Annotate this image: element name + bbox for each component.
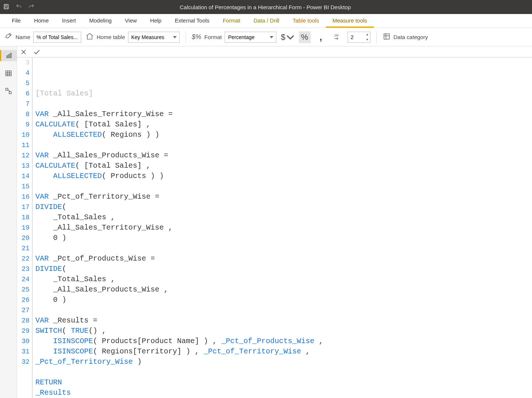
code-line[interactable]: ISINSCOPE( Products[Product Name] ) , _P… bbox=[35, 336, 532, 346]
code-line[interactable]: VAR _Pct_of_Territory_Wise = bbox=[35, 192, 532, 202]
line-number: 18 bbox=[17, 212, 30, 223]
code-line[interactable]: _Results bbox=[35, 388, 532, 398]
decimals-down-icon[interactable]: ▼ bbox=[365, 37, 370, 42]
line-number: 5 bbox=[17, 78, 30, 88]
line-number: 8 bbox=[17, 109, 30, 119]
commit-formula-icon[interactable] bbox=[32, 48, 41, 56]
code-line[interactable]: ISINSCOPE( Regions[Territory] ) , _Pct_o… bbox=[35, 346, 532, 357]
line-number: 26 bbox=[17, 295, 30, 305]
cancel-formula-icon[interactable] bbox=[19, 48, 28, 56]
code-content[interactable]: [Total Sales] VAR _All_Sales_Territory_W… bbox=[32, 57, 532, 398]
code-line[interactable]: VAR _All_Sales_Products_Wise = bbox=[35, 150, 532, 161]
home-table-icon bbox=[86, 32, 94, 42]
line-number: 28 bbox=[17, 315, 30, 326]
tab-help[interactable]: Help bbox=[144, 14, 168, 28]
decimals-input[interactable] bbox=[348, 32, 365, 42]
line-number: 10 bbox=[17, 130, 30, 140]
code-line[interactable]: 0 ) bbox=[35, 295, 532, 305]
line-number: 13 bbox=[17, 161, 30, 171]
code-line[interactable]: CALCULATE( [Total Sales] , bbox=[35, 161, 532, 171]
model-view-icon[interactable] bbox=[3, 85, 14, 97]
code-line[interactable]: RETURN bbox=[35, 377, 532, 388]
main-area: 3456789101112131415161718192021222324252… bbox=[0, 46, 532, 398]
code-line[interactable]: SWITCH( TRUE() , bbox=[35, 326, 532, 336]
svg-rect-9 bbox=[10, 53, 11, 58]
tab-format[interactable]: Format bbox=[216, 14, 247, 28]
code-line[interactable] bbox=[35, 367, 532, 377]
quick-access-toolbar bbox=[3, 3, 35, 11]
code-line[interactable]: _Pct_of_Territory_Wise ) bbox=[35, 357, 532, 367]
tab-view[interactable]: View bbox=[118, 14, 144, 28]
code-line[interactable] bbox=[35, 181, 532, 192]
decimals-spinner[interactable]: ▲ ▼ bbox=[348, 32, 370, 43]
code-line[interactable]: ALLSELECTED( Regions ) ) bbox=[35, 130, 532, 140]
ribbon-divider bbox=[376, 31, 377, 43]
code-line[interactable]: VAR _Pct_of_Products_Wise = bbox=[35, 254, 532, 264]
measure-name-icon bbox=[4, 32, 13, 42]
line-number: 27 bbox=[17, 305, 30, 315]
code-line[interactable]: CALCULATE( [Total Sales] , bbox=[35, 119, 532, 130]
undo-icon[interactable] bbox=[15, 3, 22, 11]
code-line[interactable]: _Total_Sales , bbox=[35, 274, 532, 284]
code-line[interactable] bbox=[35, 140, 532, 150]
code-line[interactable] bbox=[35, 99, 532, 109]
decimals-up-icon[interactable]: ▲ bbox=[365, 32, 370, 37]
line-gutter: 3456789101112131415161718192021222324252… bbox=[17, 57, 32, 398]
tab-home[interactable]: Home bbox=[27, 14, 55, 28]
code-line[interactable]: _All_Sales_Products_Wise , bbox=[35, 284, 532, 295]
code-line[interactable]: _All_Sales_Territory_Wise , bbox=[35, 223, 532, 233]
home-table-select[interactable]: Key Measures bbox=[128, 32, 180, 43]
name-group: Name bbox=[4, 32, 81, 43]
code-line[interactable]: ALLSELECTED( Products ) ) bbox=[35, 171, 532, 181]
tab-table-tools[interactable]: Table tools bbox=[286, 14, 326, 28]
code-line[interactable]: DIVIDE( bbox=[35, 264, 532, 274]
data-view-icon[interactable] bbox=[3, 68, 14, 79]
line-number: 24 bbox=[17, 274, 30, 284]
tab-external-tools[interactable]: External Tools bbox=[168, 14, 216, 28]
percent-button[interactable]: % bbox=[299, 31, 311, 43]
code-line[interactable]: [Total Sales] bbox=[35, 88, 532, 99]
tab-measure-tools[interactable]: Measure tools bbox=[326, 14, 374, 28]
line-number: 23 bbox=[17, 264, 30, 274]
tab-data-drill[interactable]: Data / Drill bbox=[247, 14, 286, 28]
view-rail bbox=[0, 46, 17, 398]
code-line[interactable] bbox=[35, 305, 532, 315]
line-number: 17 bbox=[17, 202, 30, 212]
line-number: 3 bbox=[17, 57, 30, 68]
code-line[interactable]: DIVIDE( bbox=[35, 202, 532, 212]
line-number: 7 bbox=[17, 99, 30, 109]
svg-text:.00: .00 bbox=[334, 34, 338, 37]
svg-rect-8 bbox=[8, 55, 10, 58]
currency-button[interactable]: $ bbox=[281, 31, 294, 43]
line-number: 25 bbox=[17, 284, 30, 295]
title-bar: Calculation of Percentages in a Hierarch… bbox=[0, 0, 532, 14]
tab-file[interactable]: File bbox=[5, 14, 27, 28]
data-category-group: Data category bbox=[383, 32, 428, 42]
code-line[interactable]: VAR _All_Sales_Territory_Wise = bbox=[35, 109, 532, 119]
decimal-icon[interactable]: .00 bbox=[331, 31, 343, 43]
comma-button[interactable]: , bbox=[315, 31, 327, 43]
tab-insert[interactable]: Insert bbox=[55, 14, 83, 28]
line-number: 32 bbox=[17, 357, 30, 367]
svg-rect-7 bbox=[7, 56, 8, 58]
format-select[interactable]: Percentage bbox=[225, 32, 276, 43]
code-line[interactable]: 0 ) bbox=[35, 233, 532, 243]
formula-bar-area: 3456789101112131415161718192021222324252… bbox=[17, 46, 532, 398]
format-group: $% Format Percentage bbox=[192, 32, 277, 43]
line-number: 12 bbox=[17, 150, 30, 161]
name-input[interactable] bbox=[33, 32, 81, 43]
line-number: 20 bbox=[17, 233, 30, 243]
code-line[interactable] bbox=[35, 243, 532, 254]
code-line[interactable]: VAR _Results = bbox=[35, 315, 532, 326]
save-icon[interactable] bbox=[3, 3, 10, 11]
svg-rect-4 bbox=[384, 34, 389, 39]
report-view-icon[interactable] bbox=[0, 50, 17, 61]
svg-rect-15 bbox=[6, 88, 8, 91]
svg-line-17 bbox=[8, 90, 10, 92]
tab-modeling[interactable]: Modeling bbox=[83, 14, 118, 28]
code-line[interactable]: _Total_Sales , bbox=[35, 212, 532, 223]
window-title: Calculation of Percentages in a Hierarch… bbox=[35, 4, 496, 10]
home-table-group: Home table Key Measures bbox=[86, 32, 180, 43]
dax-editor[interactable]: 3456789101112131415161718192021222324252… bbox=[17, 57, 532, 398]
redo-icon[interactable] bbox=[28, 3, 35, 11]
